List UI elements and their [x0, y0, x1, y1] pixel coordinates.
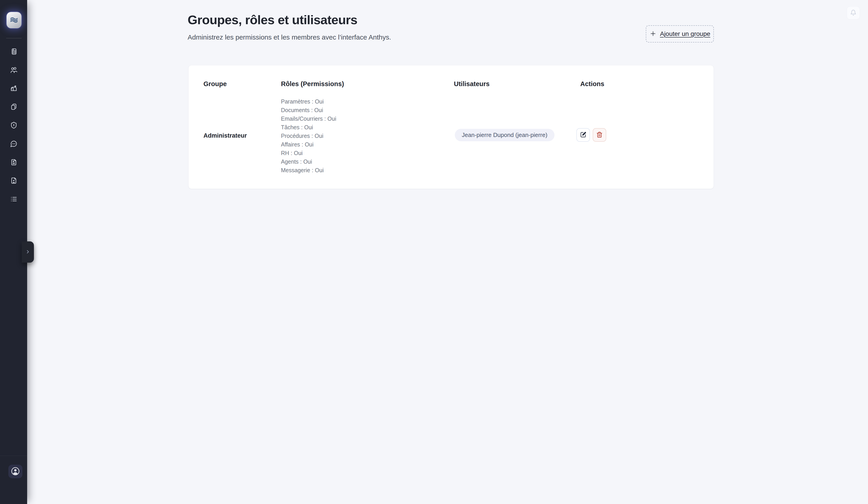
- add-group-label: Ajouter un groupe: [660, 30, 711, 38]
- sidebar-item-securite[interactable]: [10, 122, 18, 129]
- file-user-icon: [10, 177, 18, 185]
- permission-item: Messagerie : Oui: [281, 166, 336, 174]
- users-icon: [10, 66, 18, 74]
- groups-table-card: Groupe Rôles (Permissions) Utilisateurs …: [188, 65, 714, 189]
- permission-item: Procédures : Oui: [281, 132, 336, 140]
- waves-logo-icon: [9, 15, 19, 25]
- user-avatar-button[interactable]: [8, 465, 22, 478]
- permission-item: Agents : Oui: [281, 157, 336, 166]
- notifications-button[interactable]: [847, 6, 860, 19]
- trash-icon: [596, 131, 603, 139]
- sidebar-divider: [6, 38, 22, 39]
- mailbox-icon: [10, 85, 18, 93]
- list-icon: [10, 195, 18, 203]
- sidebar-item-utilisateurs[interactable]: [10, 66, 18, 74]
- chevron-right-icon: [25, 249, 31, 255]
- permission-item: RH : Oui: [281, 149, 336, 157]
- add-group-button[interactable]: Ajouter un groupe: [646, 25, 714, 42]
- column-header-utilisateurs: Utilisateurs: [454, 80, 489, 88]
- group-name-cell: Administrateur: [204, 132, 247, 139]
- sidebar-item-documents[interactable]: [10, 103, 18, 111]
- column-header-groupe: Groupe: [204, 80, 227, 88]
- sidebar-item-messagerie[interactable]: [10, 140, 18, 148]
- sidebar-item-agents[interactable]: [10, 177, 18, 185]
- app-root: Groupes, rôles et utilisateurs Administr…: [0, 0, 868, 504]
- page-title: Groupes, rôles et utilisateurs: [188, 12, 358, 27]
- column-header-roles: Rôles (Permissions): [281, 80, 344, 88]
- bell-icon: [850, 10, 857, 17]
- page-subtitle: Administrez les permissions et les membr…: [188, 33, 391, 41]
- permission-item: Documents : Oui: [281, 106, 336, 114]
- permission-item: Affaires : Oui: [281, 140, 336, 149]
- square-pen-icon: [580, 131, 587, 139]
- copy-icon: [10, 103, 18, 111]
- permission-item: Tâches : Oui: [281, 123, 336, 132]
- permission-item: Emails/Courriers : Oui: [281, 114, 336, 123]
- app-logo[interactable]: [7, 12, 21, 28]
- permissions-list: Paramètres : Oui Documents : Oui Emails/…: [281, 97, 336, 174]
- delete-group-button[interactable]: [593, 128, 606, 142]
- circle-user-icon: [11, 466, 20, 477]
- file-contract-icon: [10, 159, 18, 167]
- shield-lock-icon: [10, 122, 18, 130]
- sidebar-item-registre[interactable]: [10, 48, 18, 55]
- user-chip: Jean-pierre Dupond (jean-pierre): [455, 129, 555, 141]
- chat-dots-icon: [10, 140, 18, 148]
- notebook-icon: [10, 48, 18, 56]
- sidebar-item-courrier[interactable]: [10, 85, 18, 92]
- sidebar-expand-button[interactable]: [22, 241, 34, 263]
- plus-icon: [649, 30, 657, 38]
- column-header-actions: Actions: [580, 80, 604, 88]
- sidebar-item-listes[interactable]: [10, 195, 18, 203]
- permission-item: Paramètres : Oui: [281, 97, 336, 106]
- sidebar: [0, 0, 27, 504]
- edit-group-button[interactable]: [576, 128, 590, 142]
- sidebar-item-procedures[interactable]: [10, 159, 18, 166]
